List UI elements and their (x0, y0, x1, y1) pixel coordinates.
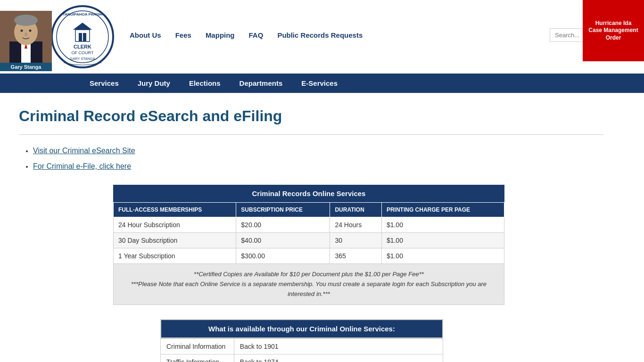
nav-services[interactable]: Services (80, 74, 128, 93)
table-row: Traffic Information Back to 1974 (161, 354, 443, 362)
list-item: Visit our Criminal eSearch Site (33, 147, 603, 155)
col-header-price: SUBSCRIPTION PRICE (236, 203, 330, 217)
nav-elections[interactable]: Elections (180, 74, 230, 93)
cell-printing: $1.00 (381, 233, 504, 248)
svg-text:TANGIPAHOA PARISH: TANGIPAHOA PARISH (63, 12, 102, 16)
nav-fees[interactable]: Fees (175, 31, 191, 39)
cell-price: $20.00 (236, 217, 330, 233)
nav-mapping[interactable]: Mapping (206, 31, 235, 39)
link-list: Visit our Criminal eSearch Site For Crim… (19, 147, 603, 171)
cell-membership: 24 Hour Subscription (114, 217, 236, 233)
cell-value: Back to 1974 (234, 354, 443, 362)
table-row: 30 Day Subscription $40.00 30 $1.00 (114, 233, 504, 248)
logo-seal: TANGIPAHOA PARISH CLERK OF COURT GARY ST… (50, 4, 116, 70)
avatar (0, 11, 52, 63)
cell-membership: 1 Year Subscription (114, 248, 236, 264)
cell-printing: $1.00 (381, 248, 504, 264)
cell-label: Criminal Information (161, 339, 234, 354)
header-top: Gary Stanga TANGIPAHOA PARISH CLERK OF C… (0, 0, 644, 74)
cell-price: $300.00 (236, 248, 330, 264)
nav-area: About Us Fees Mapping FAQ Public Records… (116, 28, 635, 46)
nav-top: About Us Fees Mapping FAQ Public Records… (130, 28, 635, 46)
list-item: For Criminal e-File, click here (33, 162, 603, 171)
cell-label: Traffic Information (161, 354, 234, 362)
svg-point-6 (21, 30, 23, 32)
avatar-wrap: Gary Stanga (0, 11, 52, 63)
nav-public-records[interactable]: Public Records Requests (277, 31, 363, 39)
svg-point-8 (25, 33, 27, 36)
table-row: Criminal Information Back to 1901 (161, 339, 443, 354)
hurricane-button[interactable]: Hurricane Ida Case Management Order (583, 0, 644, 61)
col-header-duration: DURATION (330, 203, 382, 217)
svg-text:GARY STANGA: GARY STANGA (70, 57, 95, 61)
svg-point-7 (29, 30, 32, 32)
cell-price: $40.00 (236, 233, 330, 248)
table2: Criminal Information Back to 1901 Traffi… (160, 338, 443, 362)
nav-about-us[interactable]: About Us (130, 31, 161, 39)
svg-text:OF COURT: OF COURT (72, 50, 94, 55)
nav-bottom-inner: Services Jury Duty Elections Departments… (0, 74, 644, 93)
link-esearch[interactable]: Visit our Criminal eSearch Site (33, 147, 135, 155)
svg-point-5 (14, 15, 38, 26)
table2-wrap: What is available through our Criminal O… (160, 319, 443, 362)
cell-duration: 30 (330, 233, 382, 248)
cell-duration: 24 Hours (330, 217, 382, 233)
cell-printing: $1.00 (381, 217, 504, 233)
nav-departments[interactable]: Departments (230, 74, 292, 93)
nav-jury-duty[interactable]: Jury Duty (128, 74, 180, 93)
divider (19, 134, 603, 135)
table1-note: **Certified Copies are Available for $10… (113, 264, 504, 305)
nav-bottom: Services Jury Duty Elections Departments… (0, 74, 644, 93)
logo-wrap: TANGIPAHOA PARISH CLERK OF COURT GARY ST… (50, 4, 116, 70)
main-content: Criminal Record eSearch and eFiling Visi… (0, 93, 622, 362)
header: Gary Stanga TANGIPAHOA PARISH CLERK OF C… (0, 0, 644, 93)
nav-faq[interactable]: FAQ (249, 31, 264, 39)
table-row: 1 Year Subscription $300.00 365 $1.00 (114, 248, 504, 264)
table-row: 24 Hour Subscription $20.00 24 Hours $1.… (114, 217, 504, 233)
table1-title: Criminal Records Online Services (113, 185, 504, 202)
person-name-label: Gary Stanga (0, 63, 52, 71)
page-title: Criminal Record eSearch and eFiling (19, 107, 603, 125)
svg-rect-15 (83, 33, 86, 41)
svg-text:CLERK: CLERK (74, 44, 91, 49)
col-header-memberships: FULL-ACCESS MEMBERSHIPS (114, 203, 236, 217)
cell-membership: 30 Day Subscription (114, 233, 236, 248)
table1: FULL-ACCESS MEMBERSHIPS SUBSCRIPTION PRI… (113, 202, 504, 264)
col-header-printing: PRINTING CHARGE PER PAGE (381, 203, 504, 217)
svg-rect-14 (79, 33, 82, 41)
cell-value: Back to 1901 (234, 339, 443, 354)
link-efile[interactable]: For Criminal e-File, click here (33, 162, 131, 170)
table1-wrap: Criminal Records Online Services FULL-AC… (113, 185, 504, 305)
nav-eservices[interactable]: E-Services (292, 74, 347, 93)
table2-title: What is available through our Criminal O… (160, 319, 443, 338)
cell-duration: 365 (330, 248, 382, 264)
